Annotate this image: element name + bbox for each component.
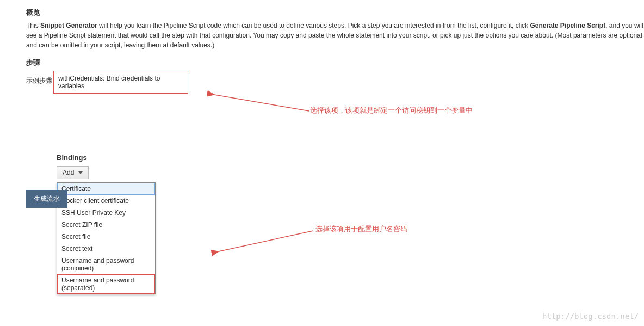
dropdown-item-userpass-conjoined[interactable]: Username and password (conjoined) [57,255,155,274]
add-button-label: Add [63,169,74,176]
watermark: http://blog.csdn.net/ [542,312,639,321]
generate-pipeline-button[interactable]: 生成流水 [26,190,67,208]
sample-step-label: 示例步骤 [26,71,53,85]
steps-title: 步骤 [26,58,644,67]
chevron-down-icon [78,171,83,174]
annotation-arrow-1 [211,94,309,115]
annotation-text-1: 选择该项，该项就是绑定一个访问秘钥到一个变量中 [310,106,473,115]
dropdown-item-ssh-key[interactable]: SSH User Private Key [57,207,155,219]
dropdown-item-secret-zip[interactable]: Secret ZIP file [57,219,155,231]
dropdown-item-userpass-separated[interactable]: Username and password (separated) [57,274,155,294]
svg-line-1 [219,231,313,251]
annotation-text-2: 选择该项用于配置用户名密码 [315,224,407,234]
overview-description: This Snippet Generator will help you lea… [26,21,644,50]
dropdown-item-docker-cert[interactable]: Docker client certificate [57,195,155,207]
dropdown-item-secret-text[interactable]: Secret text [57,243,155,255]
step-select[interactable]: withCredentials: Bind credentials to var… [53,71,188,94]
overview-title: 概览 [26,8,644,17]
svg-line-0 [214,95,309,111]
dropdown-item-secret-file[interactable]: Secret file [57,231,155,243]
add-button[interactable]: Add [57,166,89,179]
bindings-dropdown[interactable]: Certificate Docker client certificate SS… [57,182,156,294]
bindings-title: Bindings [57,153,644,162]
annotation-arrow-2 [215,230,313,254]
dropdown-item-certificate[interactable]: Certificate [57,183,155,195]
